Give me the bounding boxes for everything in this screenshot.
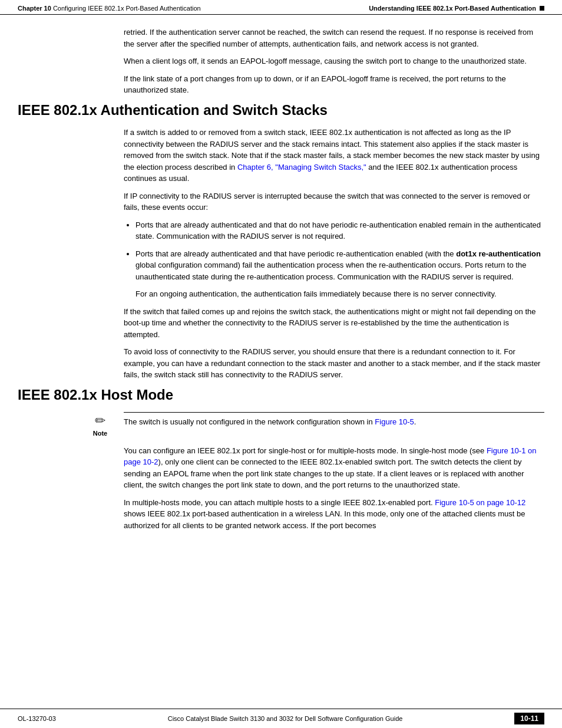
- bullet2-bold: dot1x re-authentication: [456, 249, 541, 258]
- section2-heading: IEEE 802.1x Host Mode: [18, 387, 544, 404]
- intro-para3: If the link state of a port changes from…: [124, 73, 544, 96]
- note-label: Note: [93, 430, 107, 437]
- section1-bullet-list: Ports that are already authenticated and…: [124, 219, 544, 283]
- page-wrapper: Chapter 10 Configuring IEEE 802.1x Port-…: [0, 0, 562, 728]
- main-content: retried. If the authentication server ca…: [0, 15, 562, 572]
- section2-figure10-5-link[interactable]: Figure 10-5 on page 10-12: [435, 498, 525, 507]
- section2-para1-start: You can configure an IEEE 802.1x port fo…: [124, 446, 487, 455]
- header-left: Chapter 10 Configuring IEEE 802.1x Port-…: [18, 5, 201, 12]
- intro-para2: When a client logs off, it sends an EAPO…: [124, 55, 544, 67]
- section2-para1: You can configure an IEEE 802.1x port fo…: [124, 445, 544, 491]
- section1-body: If a switch is added to or removed from …: [124, 127, 544, 213]
- note-icon-col: ✏ Note: [77, 412, 124, 437]
- chapter-label: Chapter 10: [18, 5, 51, 12]
- bullet2-mid: global configuration command) fail the a…: [135, 261, 526, 281]
- bullet2-start: Ports that are already authenticated and…: [135, 249, 456, 258]
- section2-body: You can configure an IEEE 802.1x port fo…: [124, 445, 544, 532]
- note-content: The switch is usually not configured in …: [124, 412, 544, 428]
- section1-heading: IEEE 802.1x Authentication and Switch St…: [18, 102, 544, 119]
- footer-center: Cisco Catalyst Blade Switch 3130 and 303…: [168, 715, 403, 722]
- page-header: Chapter 10 Configuring IEEE 802.1x Port-…: [0, 0, 562, 15]
- section2-para2: In multiple-hosts mode, you can attach m…: [124, 497, 544, 532]
- intro-para1: retried. If the authentication server ca…: [124, 27, 544, 50]
- page-number: 10-11: [514, 713, 544, 724]
- section2-para2-start: In multiple-hosts mode, you can attach m…: [124, 498, 435, 507]
- sub-para: For an ongoing authentication, the authe…: [135, 288, 544, 300]
- section2-para1-mid: ), only one client can be connected to t…: [124, 457, 524, 489]
- page-footer: OL-13270-03 Cisco Catalyst Blade Switch …: [0, 709, 562, 728]
- note-box: ✏ Note The switch is usually not configu…: [77, 412, 544, 437]
- section1-para2: If IP connectivity to the RADIUS server …: [124, 190, 544, 213]
- pencil-icon: ✏: [95, 413, 105, 429]
- bullet-item-1: Ports that are already authenticated and…: [135, 219, 544, 242]
- section1-para1: If a switch is added to or removed from …: [124, 127, 544, 185]
- header-square-icon: [540, 6, 544, 11]
- intro-block: retried. If the authentication server ca…: [124, 27, 544, 96]
- section1-body2: If the switch that failed comes up and r…: [124, 306, 544, 381]
- section1-para4: To avoid loss of connectivity to the RAD…: [124, 346, 544, 381]
- header-right: Understanding IEEE 802.1x Port-Based Aut…: [369, 5, 544, 12]
- note-text-start: The switch is usually not configured in …: [124, 417, 375, 426]
- header-section-title: Understanding IEEE 802.1x Port-Based Aut…: [369, 5, 536, 12]
- bullet-item-2: Ports that are already authenticated and…: [135, 248, 544, 283]
- note-text-end: .: [414, 417, 416, 426]
- section1-para3: If the switch that failed comes up and r…: [124, 306, 544, 341]
- header-chapter-title: Configuring IEEE 802.1x Port-Based Authe…: [53, 5, 201, 12]
- section1-chapter6-link[interactable]: Chapter 6, "Managing Switch Stacks,": [237, 163, 366, 172]
- section2-para2-mid: shows IEEE 802.1x port-based authenticat…: [124, 509, 525, 530]
- note-figure-link[interactable]: Figure 10-5: [375, 417, 414, 426]
- footer-left: OL-13270-03: [18, 715, 56, 722]
